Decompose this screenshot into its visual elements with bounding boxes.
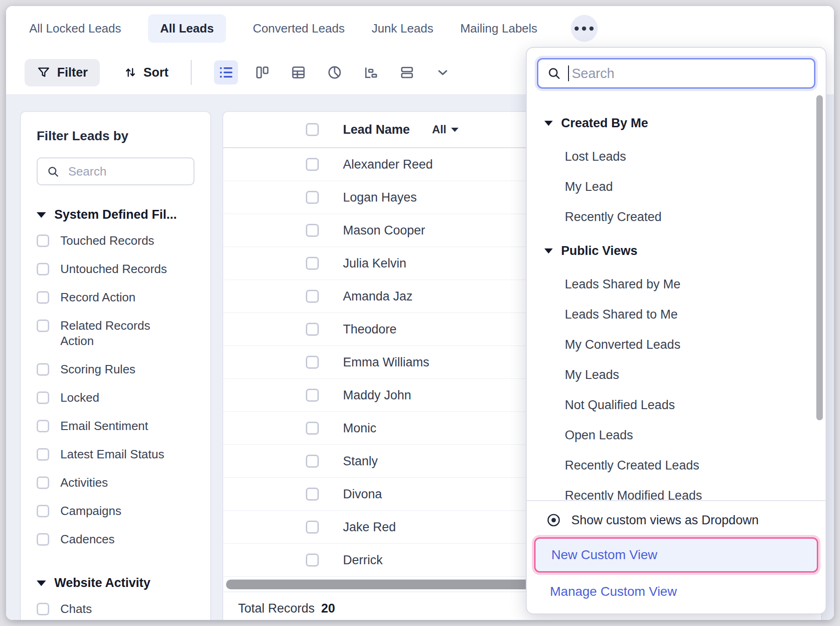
tab-all-locked-leads[interactable]: All Locked Leads bbox=[29, 21, 121, 36]
filter-button[interactable]: Filter bbox=[25, 59, 100, 86]
lead-name[interactable]: Emma Williams bbox=[343, 355, 429, 370]
checkbox[interactable] bbox=[37, 363, 49, 376]
row-checkbox[interactable] bbox=[306, 290, 319, 303]
collapse-triangle-icon bbox=[37, 580, 46, 586]
tab-mailing-labels[interactable]: Mailing Labels bbox=[460, 21, 537, 36]
checkbox[interactable] bbox=[37, 603, 49, 615]
filter-option-cadences[interactable]: Cadences bbox=[37, 525, 194, 554]
filter-option-scoring-rules[interactable]: Scoring Rules bbox=[37, 355, 194, 384]
chart-view-icon[interactable] bbox=[327, 65, 342, 80]
checkbox[interactable] bbox=[37, 476, 49, 489]
row-checkbox[interactable] bbox=[306, 356, 319, 369]
horizontal-scrollbar-thumb[interactable] bbox=[226, 580, 546, 589]
more-view-options-chevron-icon[interactable] bbox=[435, 65, 450, 80]
table-view-icon[interactable] bbox=[291, 65, 306, 80]
view-item-my-leads[interactable]: My Leads bbox=[527, 360, 826, 390]
eye-icon bbox=[546, 513, 561, 528]
section-public-views[interactable]: Public Views bbox=[527, 232, 826, 269]
row-checkbox[interactable] bbox=[306, 488, 319, 501]
views-dropdown-footer: Show custom views as Dropdown New Custom… bbox=[527, 500, 826, 613]
view-item-my-lead[interactable]: My Lead bbox=[527, 172, 826, 202]
filter-option-touched-records[interactable]: Touched Records bbox=[37, 227, 194, 255]
select-all-checkbox[interactable] bbox=[306, 123, 319, 136]
view-item-open-leads[interactable]: Open Leads bbox=[527, 420, 826, 450]
section-website-activity[interactable]: Website Activity bbox=[37, 576, 194, 590]
filter-option-email-sentiment[interactable]: Email Sentiment bbox=[37, 412, 194, 440]
filter-option-chats[interactable]: Chats bbox=[37, 595, 194, 620]
more-views-button[interactable] bbox=[571, 15, 598, 42]
ellipsis-icon bbox=[575, 26, 579, 31]
filter-panel-title: Filter Leads by bbox=[37, 129, 194, 143]
row-checkbox[interactable] bbox=[306, 554, 319, 567]
checkbox[interactable] bbox=[37, 291, 49, 304]
dropdown-triangle-icon bbox=[451, 128, 459, 132]
filter-search-input[interactable] bbox=[37, 157, 194, 185]
collapse-triangle-icon bbox=[37, 212, 46, 218]
row-checkbox[interactable] bbox=[306, 521, 319, 534]
view-item-recently-created[interactable]: Recently Created bbox=[527, 202, 826, 232]
filter-option-related-records-action[interactable]: Related Records Action bbox=[37, 312, 194, 355]
lead-name-column-header: Lead Name bbox=[343, 123, 410, 137]
checkbox[interactable] bbox=[37, 263, 49, 275]
sort-button[interactable]: Sort bbox=[124, 65, 168, 80]
view-item-leads-shared-by-me[interactable]: Leads Shared by Me bbox=[527, 269, 826, 300]
checkbox[interactable] bbox=[37, 420, 49, 432]
row-checkbox[interactable] bbox=[306, 257, 319, 270]
tab-converted-leads[interactable]: Converted Leads bbox=[253, 21, 345, 36]
tab-all-leads[interactable]: All Leads bbox=[148, 14, 226, 43]
list-view-icon[interactable] bbox=[214, 60, 238, 85]
filter-option-activities[interactable]: Activities bbox=[37, 469, 194, 497]
view-item-recently-created-leads[interactable]: Recently Created Leads bbox=[527, 450, 826, 481]
lead-name[interactable]: Divona bbox=[343, 487, 382, 502]
scope-dropdown[interactable]: All bbox=[432, 123, 459, 136]
lead-name[interactable]: Jake Red bbox=[343, 520, 396, 535]
summary-view-icon[interactable] bbox=[399, 65, 415, 80]
vertical-scrollbar-thumb[interactable] bbox=[816, 95, 823, 420]
row-checkbox[interactable] bbox=[306, 158, 319, 171]
row-checkbox[interactable] bbox=[306, 455, 319, 468]
views-search-input[interactable] bbox=[537, 58, 815, 89]
view-item-recently-modified-leads[interactable]: Recently Modified Leads bbox=[527, 481, 826, 500]
view-item-lost-leads[interactable]: Lost Leads bbox=[527, 142, 826, 172]
search-icon bbox=[547, 66, 561, 80]
view-item-my-converted-leads[interactable]: My Converted Leads bbox=[527, 330, 826, 360]
row-checkbox[interactable] bbox=[306, 191, 319, 204]
row-checkbox[interactable] bbox=[306, 389, 319, 402]
checkbox[interactable] bbox=[37, 448, 49, 461]
lead-name[interactable]: Julia Kelvin bbox=[343, 256, 407, 271]
view-item-not-qualified-leads[interactable]: Not Qualified Leads bbox=[527, 390, 826, 420]
checkbox[interactable] bbox=[37, 505, 49, 517]
row-checkbox[interactable] bbox=[306, 422, 319, 435]
row-checkbox[interactable] bbox=[306, 323, 319, 336]
lead-name[interactable]: Theodore bbox=[343, 322, 397, 337]
checkbox[interactable] bbox=[37, 235, 49, 247]
lead-name[interactable]: Mason Cooper bbox=[343, 223, 425, 238]
checkbox[interactable] bbox=[37, 320, 49, 332]
checkbox[interactable] bbox=[37, 391, 49, 404]
checkbox[interactable] bbox=[37, 533, 49, 546]
timeline-view-icon[interactable] bbox=[363, 65, 379, 80]
lead-name[interactable]: Stanly bbox=[343, 454, 378, 469]
filter-option-untouched-records[interactable]: Untouched Records bbox=[37, 255, 194, 283]
filter-option-record-action[interactable]: Record Action bbox=[37, 283, 194, 312]
lead-name[interactable]: Derrick bbox=[343, 553, 383, 567]
tab-junk-leads[interactable]: Junk Leads bbox=[372, 21, 433, 36]
new-custom-view-button[interactable]: New Custom View bbox=[534, 537, 818, 573]
lead-name[interactable]: Logan Hayes bbox=[343, 190, 417, 205]
filter-option-locked[interactable]: Locked bbox=[37, 384, 194, 412]
view-item-leads-shared-to-me[interactable]: Leads Shared to Me bbox=[527, 300, 826, 330]
section-system-defined-filters[interactable]: System Defined Fil... bbox=[37, 208, 194, 222]
lead-name[interactable]: Amanda Jaz bbox=[343, 289, 413, 304]
kanban-view-icon[interactable] bbox=[254, 65, 270, 80]
row-checkbox[interactable] bbox=[306, 224, 319, 237]
app-window: All Locked Leads All Leads Converted Lea… bbox=[6, 6, 834, 620]
filter-option-campaigns[interactable]: Campaigns bbox=[37, 497, 194, 525]
section-created-by-me[interactable]: Created By Me bbox=[527, 104, 826, 142]
manage-custom-view-link[interactable]: Manage Custom View bbox=[527, 577, 826, 606]
lead-name[interactable]: Monic bbox=[343, 421, 376, 436]
show-custom-views-toggle[interactable]: Show custom views as Dropdown bbox=[527, 506, 826, 535]
lead-name[interactable]: Alexander Reed bbox=[343, 157, 433, 172]
filter-option-latest-email-status[interactable]: Latest Email Status bbox=[37, 440, 194, 469]
total-records-value: 20 bbox=[321, 601, 335, 616]
lead-name[interactable]: Maddy John bbox=[343, 388, 411, 403]
